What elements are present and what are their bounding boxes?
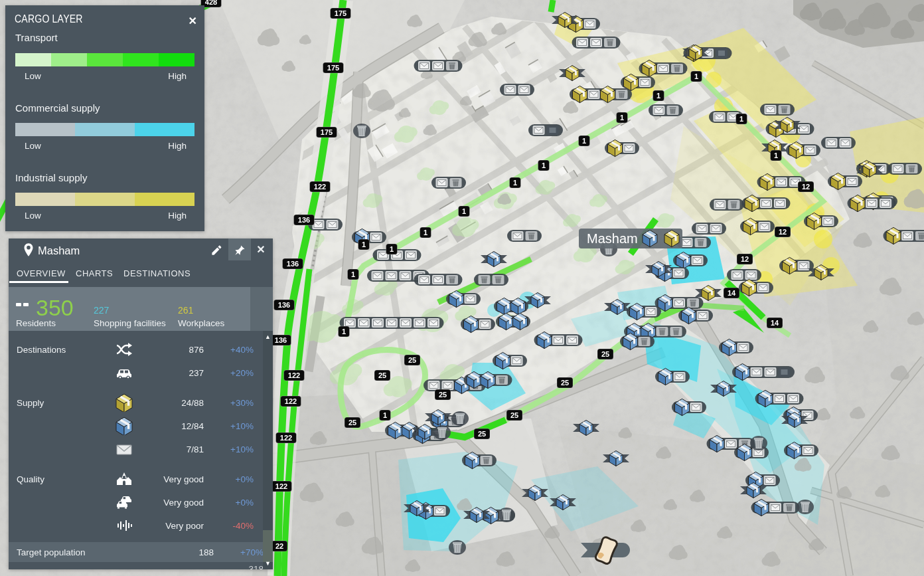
svg-text:175: 175 xyxy=(321,128,333,136)
svg-text:25: 25 xyxy=(348,419,356,427)
svg-text:25: 25 xyxy=(601,350,609,358)
svg-text:25: 25 xyxy=(408,356,416,364)
svg-text:Masham: Masham xyxy=(587,231,638,246)
svg-text:122: 122 xyxy=(314,183,326,191)
svg-text:1: 1 xyxy=(694,72,698,80)
svg-text:1: 1 xyxy=(739,115,743,123)
svg-text:12: 12 xyxy=(779,228,787,236)
svg-text:136: 136 xyxy=(275,336,287,344)
svg-text:12: 12 xyxy=(741,255,749,263)
svg-text:1: 1 xyxy=(513,179,517,187)
svg-text:1: 1 xyxy=(774,151,778,159)
svg-text:122: 122 xyxy=(275,482,287,490)
svg-text:1: 1 xyxy=(656,92,660,100)
svg-text:1: 1 xyxy=(351,270,355,278)
svg-text:122: 122 xyxy=(280,434,292,442)
svg-text:122: 122 xyxy=(288,371,300,379)
svg-text:22: 22 xyxy=(275,542,283,550)
svg-text:1: 1 xyxy=(390,245,394,253)
svg-text:428: 428 xyxy=(205,0,217,6)
svg-text:25: 25 xyxy=(478,430,486,438)
svg-text:1: 1 xyxy=(342,328,346,336)
svg-text:136: 136 xyxy=(287,260,299,268)
svg-text:136: 136 xyxy=(298,216,310,224)
svg-text:25: 25 xyxy=(561,379,569,387)
svg-text:25: 25 xyxy=(439,391,447,399)
svg-text:14: 14 xyxy=(771,319,779,327)
svg-text:122: 122 xyxy=(285,397,297,405)
svg-text:12: 12 xyxy=(802,183,810,191)
svg-text:175: 175 xyxy=(327,64,339,72)
svg-text:1: 1 xyxy=(542,161,546,169)
svg-text:1: 1 xyxy=(362,240,366,248)
svg-text:136: 136 xyxy=(278,301,290,309)
svg-text:25: 25 xyxy=(510,411,518,419)
svg-text:1: 1 xyxy=(383,411,387,419)
svg-text:1: 1 xyxy=(462,207,466,215)
svg-text:175: 175 xyxy=(335,9,346,17)
svg-text:1: 1 xyxy=(620,114,624,122)
svg-text:14: 14 xyxy=(728,289,736,297)
svg-text:1: 1 xyxy=(424,229,427,237)
svg-text:25: 25 xyxy=(378,371,386,379)
svg-text:1: 1 xyxy=(582,137,586,145)
